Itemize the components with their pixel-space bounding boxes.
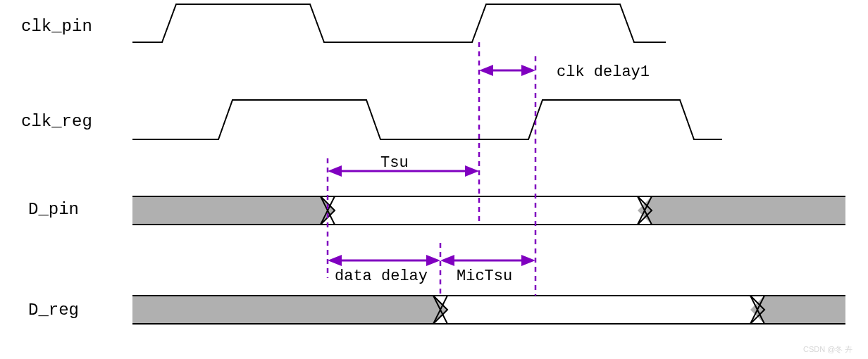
- arrow-clk-delay1: [479, 65, 535, 76]
- label-mic-tsu: MicTsu: [457, 267, 512, 285]
- svg-marker-7: [479, 65, 493, 76]
- label-clk-delay1: clk delay1: [557, 63, 650, 81]
- label-d-pin: D_pin: [28, 200, 79, 219]
- wave-clk-pin: [132, 4, 666, 42]
- label-tsu: Tsu: [380, 154, 409, 172]
- arrow-mic-tsu: [440, 255, 535, 266]
- svg-marker-11: [465, 165, 479, 177]
- wave-clk-reg: [132, 100, 722, 139]
- label-d-reg: D_reg: [28, 301, 79, 320]
- svg-marker-1: [638, 196, 845, 225]
- svg-marker-10: [328, 165, 342, 177]
- arrow-data-delay: [328, 255, 440, 266]
- svg-marker-3: [132, 296, 447, 324]
- svg-marker-14: [426, 255, 440, 266]
- svg-marker-2: [321, 196, 652, 225]
- label-clk-pin: clk_pin: [21, 17, 92, 36]
- label-data-delay: data delay: [335, 267, 428, 285]
- bus-d-reg: [132, 296, 845, 324]
- svg-marker-8: [521, 65, 535, 76]
- svg-marker-5: [433, 296, 764, 324]
- svg-marker-13: [328, 255, 342, 266]
- bus-d-pin: [132, 196, 845, 225]
- svg-marker-17: [521, 255, 535, 266]
- watermark: CSDN @冬 卉: [803, 345, 852, 353]
- label-clk-reg: clk_reg: [21, 112, 92, 131]
- svg-marker-0: [132, 196, 335, 225]
- svg-marker-16: [440, 255, 454, 266]
